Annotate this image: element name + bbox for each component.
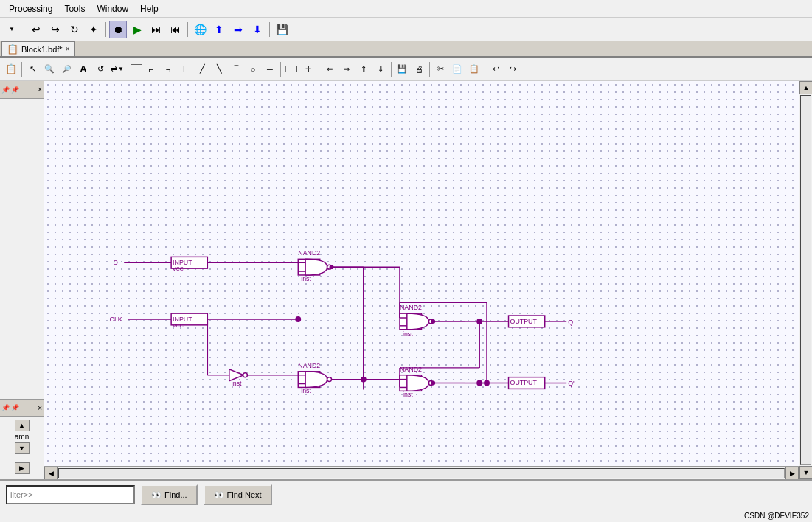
toolbar-redo[interactable]: ↪ <box>46 21 64 38</box>
scroll-right-btn[interactable]: ▶ <box>785 467 799 480</box>
schematic-canvas[interactable]: D INPUT VCC CLK INPUT VCC <box>44 81 799 466</box>
sch-ellipse[interactable]: ○ <box>245 61 261 77</box>
sidebar-pin2-icon[interactable]: 📌 <box>11 86 19 94</box>
find-button[interactable]: 👀 Find... <box>141 484 198 505</box>
nav-bottom-arrow[interactable]: ▶ <box>15 462 30 474</box>
file-tab[interactable]: 📋 Block1.bdf* × <box>1 41 75 56</box>
sch-save[interactable]: 💾 <box>394 61 410 77</box>
d-vcc-text: VCC <box>173 266 184 271</box>
sch-flip-v[interactable]: ⇒ <box>339 61 355 77</box>
sch-arc[interactable]: ⌒ <box>228 61 244 77</box>
tab-close-btn[interactable]: × <box>66 45 70 53</box>
toolbar-star[interactable]: ✦ <box>85 21 103 38</box>
sch-line2[interactable]: ╲ <box>211 61 227 77</box>
menu-window[interactable]: Window <box>91 2 134 15</box>
sch-redo[interactable]: ↪ <box>504 61 521 77</box>
sch-zoom-out[interactable]: 🔎 <box>58 61 74 77</box>
nand2-arc <box>305 372 327 388</box>
sch-pin2[interactable]: ✛ <box>300 61 316 77</box>
toolbar-refresh[interactable]: ↻ <box>66 21 83 38</box>
sch-rotate[interactable]: ↺ <box>92 61 108 77</box>
toolbar-dropdown[interactable]: ▼ <box>3 21 21 38</box>
sch-pin1[interactable]: ⊢⊣ <box>283 61 299 77</box>
sidebar-footer: ▶ <box>0 457 44 479</box>
sch-zoom-in[interactable]: 🔍 <box>41 61 58 77</box>
toolbar-globe[interactable]: 🌐 <box>191 21 209 38</box>
toolbar-compile[interactable]: ⏺ <box>109 21 127 38</box>
copyright-text: CSDN @DEVIE352 <box>744 512 809 520</box>
nav-expand[interactable]: ▼ <box>15 442 30 454</box>
sidebar-bottom-icons: 📌 📌 <box>1 404 19 411</box>
not-gate <box>229 369 244 381</box>
sch-sep-4 <box>319 62 319 77</box>
q-label: Q <box>568 319 573 326</box>
sch-flip-h2[interactable]: ⇑ <box>355 61 372 77</box>
sch-flip-group[interactable]: ⇌▼ <box>109 61 125 77</box>
toolbar-step-back[interactable]: ⏮ <box>167 21 184 38</box>
toolbar-undo[interactable]: ↩ <box>27 21 45 38</box>
nand4-inst: inst <box>403 391 413 398</box>
toolbar-bookmark[interactable]: 💾 <box>273 21 291 38</box>
scroll-track[interactable] <box>58 468 785 478</box>
clk-vcc-text: VCC <box>173 323 184 328</box>
toolbar-step-fwd[interactable]: ⏭ <box>148 21 165 38</box>
find-next-label: Find Next <box>227 490 262 499</box>
horizontal-scrollbar: ◀ ▶ <box>44 466 799 479</box>
q-output-text: OUTPUT <box>510 318 538 325</box>
sch-paste[interactable]: 📋 <box>466 61 482 77</box>
tab-bar: 📋 Block1.bdf* × <box>0 41 812 58</box>
nav-up[interactable]: ▲ <box>15 420 30 431</box>
scroll-left-btn[interactable]: ◀ <box>44 467 58 480</box>
status-bar: CSDN @DEVIE352 <box>0 509 812 522</box>
clk-label: CLK <box>110 316 122 323</box>
sch-rect1[interactable] <box>131 64 142 74</box>
sch-properties[interactable]: 📋 <box>3 61 19 77</box>
sidebar-bottom-close[interactable]: × <box>38 404 42 412</box>
toolbar-play[interactable]: ▶ <box>128 21 146 38</box>
sidebar-close-btn[interactable]: × <box>38 86 42 94</box>
junction-clk <box>295 316 301 322</box>
sidebar-bottom-header: 📌 📌 × <box>0 399 44 417</box>
nand4-out-dot <box>431 381 435 386</box>
menu-bar: Processing Tools Window Help <box>0 0 812 18</box>
sch-corner1[interactable]: ⌐ <box>143 61 159 77</box>
sch-corner2[interactable]: ¬ <box>160 61 176 77</box>
toolbar-up-arrow[interactable]: ⬆ <box>210 21 228 38</box>
find-button-label: Find... <box>164 490 187 499</box>
sch-corner3[interactable]: L <box>177 61 193 77</box>
sch-flip-v2[interactable]: ⇓ <box>372 61 389 77</box>
scroll-down-btn[interactable]: ▼ <box>799 466 812 479</box>
sch-sep-3 <box>280 62 281 77</box>
menu-tools[interactable]: Tools <box>58 2 91 15</box>
nand2-label: NAND2 <box>298 362 320 369</box>
toolbar-download[interactable]: ⬇ <box>249 21 266 38</box>
junction-nand4-fb <box>476 380 482 386</box>
sch-select[interactable]: ↖ <box>24 61 41 77</box>
sch-cut[interactable]: ✂ <box>432 61 448 77</box>
sidebar-bottom-pin[interactable]: 📌 <box>1 404 10 411</box>
menu-processing[interactable]: Processing <box>3 2 58 15</box>
sch-line3[interactable]: ─ <box>262 61 278 77</box>
toolbar-separator-4 <box>269 22 270 37</box>
sidebar-bottom-pin2[interactable]: 📌 <box>11 404 19 411</box>
not-bubble <box>243 373 248 377</box>
sch-line1[interactable]: ╱ <box>194 61 210 77</box>
filter-input[interactable] <box>6 485 135 504</box>
toolbar-right-arrow[interactable]: ➡ <box>229 21 247 38</box>
menu-help[interactable]: Help <box>134 2 164 15</box>
v-scroll-track[interactable] <box>800 95 811 465</box>
vertical-scrollbar: ▲ ▼ <box>799 81 812 479</box>
sidebar-nav: ▲ amn ▼ <box>0 417 44 457</box>
sch-copy[interactable]: 📄 <box>449 61 465 77</box>
main-toolbar: ▼ ↩ ↪ ↻ ✦ ⏺ ▶ ⏭ ⏮ 🌐 ⬆ ➡ ⬇ 💾 <box>0 18 812 41</box>
sch-undo[interactable]: ↩ <box>487 61 504 77</box>
sch-print[interactable]: 🖨 <box>411 61 427 77</box>
tab-title: Block1.bdf* <box>21 45 63 54</box>
sidebar-pin-icon[interactable]: 📌 <box>1 86 10 94</box>
nand3-arc <box>407 313 429 330</box>
sch-flip-h[interactable]: ⇐ <box>322 61 338 77</box>
canvas-container: D INPUT VCC CLK INPUT VCC <box>44 81 799 479</box>
find-next-button[interactable]: 👀 Find Next <box>204 484 272 505</box>
sch-text[interactable]: A <box>75 61 91 77</box>
scroll-up-btn[interactable]: ▲ <box>799 81 812 94</box>
